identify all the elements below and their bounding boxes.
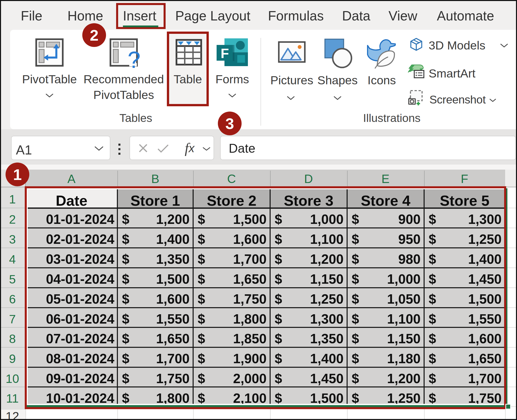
svg-text:F: F	[221, 46, 229, 61]
